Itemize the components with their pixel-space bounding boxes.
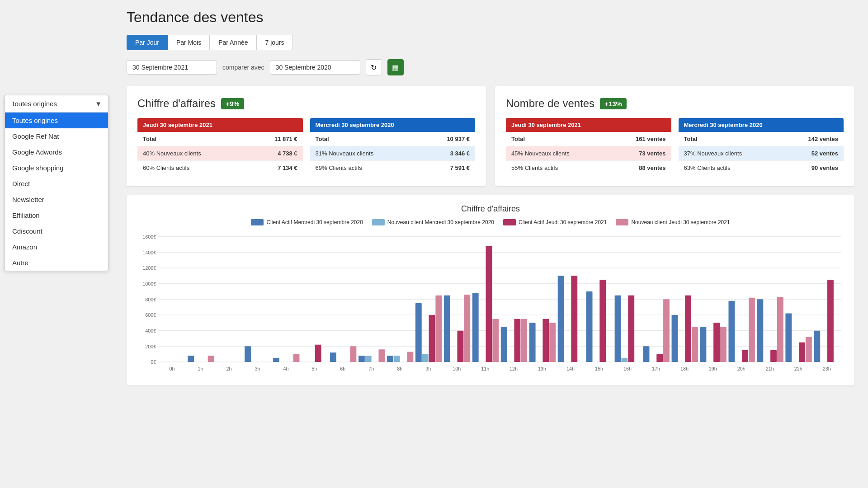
total-label: Total bbox=[137, 132, 249, 146]
svg-rect-33 bbox=[359, 356, 365, 362]
table-row: 37% Nouveaux clients 52 ventes bbox=[679, 146, 844, 161]
svg-rect-43 bbox=[429, 315, 435, 362]
total-value: 142 ventes bbox=[782, 132, 844, 146]
svg-text:4h: 4h bbox=[283, 366, 288, 371]
chart-legend: Client Actif Mercredi 30 septembre 2020N… bbox=[136, 219, 845, 225]
svg-rect-94 bbox=[806, 337, 812, 362]
svg-rect-93 bbox=[799, 343, 805, 362]
card-ca-badge: +9% bbox=[221, 98, 244, 109]
card-ventes-badge: +13% bbox=[600, 98, 627, 109]
svg-rect-48 bbox=[464, 295, 470, 362]
new-clients-label: 37% Nouveaux clients bbox=[679, 146, 782, 161]
legend-color bbox=[503, 219, 516, 225]
svg-text:23h: 23h bbox=[823, 366, 831, 371]
active-clients-value: 90 ventes bbox=[782, 161, 844, 175]
svg-rect-65 bbox=[586, 291, 593, 362]
dropdown-option[interactable]: Google Adwords bbox=[5, 144, 108, 160]
svg-rect-56 bbox=[521, 319, 527, 362]
dropdown-option[interactable]: Google shopping bbox=[5, 160, 108, 176]
card-ca-col1: Jeudi 30 septembre 2021 Total 11 871 € 4… bbox=[137, 118, 303, 175]
dropdown-option[interactable]: Google Ref Nat bbox=[5, 128, 108, 144]
svg-text:20h: 20h bbox=[737, 366, 745, 371]
svg-rect-81 bbox=[713, 323, 720, 362]
svg-text:9h: 9h bbox=[425, 366, 431, 371]
dropdown-option[interactable]: Effiliation bbox=[5, 207, 108, 223]
svg-text:600€: 600€ bbox=[145, 312, 156, 318]
active-clients-value: 88 ventes bbox=[609, 161, 671, 175]
svg-rect-52 bbox=[492, 319, 499, 362]
svg-rect-89 bbox=[770, 350, 777, 362]
chart-container: 0€200€400€600€800€1000€1200€1400€1600€0h… bbox=[136, 232, 845, 376]
svg-text:19h: 19h bbox=[709, 366, 717, 371]
card-ca-col2-header: Mercredi 30 septembre 2020 bbox=[310, 118, 476, 132]
svg-text:1h: 1h bbox=[198, 366, 203, 371]
new-clients-value: 73 ventes bbox=[609, 146, 671, 161]
new-clients-value: 4 738 € bbox=[249, 146, 303, 161]
tab-annee[interactable]: Par Année bbox=[210, 35, 256, 50]
dropdown-header[interactable]: Toutes origines ▼ bbox=[5, 95, 108, 113]
new-clients-value: 52 ventes bbox=[782, 146, 844, 161]
table-row: Total 161 ventes bbox=[506, 132, 671, 146]
legend-label: Nouveau client Mercredi 30 septembre 202… bbox=[387, 219, 494, 225]
card-ventes-cols: Jeudi 30 septembre 2021 Total 161 ventes… bbox=[506, 118, 844, 175]
svg-text:16h: 16h bbox=[623, 366, 632, 371]
chart-section: Chiffre d'affaires Client Actif Mercredi… bbox=[127, 195, 854, 385]
svg-rect-41 bbox=[415, 303, 422, 362]
card-ventes-header: Nombre de ventes +13% bbox=[506, 97, 844, 110]
svg-rect-58 bbox=[529, 323, 536, 362]
total-label: Total bbox=[310, 132, 421, 146]
dropdown-option[interactable]: Toutes origines bbox=[5, 113, 108, 128]
svg-text:7h: 7h bbox=[368, 366, 374, 371]
dropdown-option[interactable]: Autre bbox=[5, 255, 108, 271]
svg-text:0h: 0h bbox=[170, 366, 175, 371]
card-ventes-col2-table: Total 142 ventes 37% Nouveaux clients 52… bbox=[679, 132, 844, 175]
card-ca-col2-table: Total 10 937 € 31% Nouveaux clients 3 34… bbox=[310, 132, 476, 175]
page-title: Tendance des ventes bbox=[127, 9, 854, 26]
svg-rect-23 bbox=[245, 346, 251, 362]
svg-rect-74 bbox=[663, 299, 670, 362]
table-row: 69% Clients actifs 7 591 € bbox=[310, 161, 476, 175]
origins-dropdown[interactable]: Toutes origines ▼ Toutes originesGoogle … bbox=[5, 95, 108, 271]
svg-text:1200€: 1200€ bbox=[142, 265, 156, 271]
new-clients-label: 31% Nouveaux clients bbox=[310, 146, 421, 161]
dropdown-options-list: Toutes originesGoogle Ref NatGoogle Adwo… bbox=[5, 113, 108, 271]
svg-rect-78 bbox=[692, 327, 698, 362]
dropdown-option[interactable]: Newsletter bbox=[5, 192, 108, 207]
dropdown-option[interactable]: Direct bbox=[5, 176, 108, 192]
tab-mois[interactable]: Par Mois bbox=[168, 35, 210, 50]
date-to-input[interactable] bbox=[270, 60, 360, 75]
table-row: Total 142 ventes bbox=[679, 132, 844, 146]
svg-rect-42 bbox=[422, 354, 429, 362]
refresh-button[interactable]: ↻ bbox=[366, 59, 382, 75]
card-ca-col1-header: Jeudi 30 septembre 2021 bbox=[137, 118, 303, 132]
card-ca-col1-table: Total 11 871 € 40% Nouveaux clients 4 73… bbox=[137, 132, 303, 175]
svg-rect-34 bbox=[365, 356, 372, 362]
total-label: Total bbox=[679, 132, 782, 146]
svg-rect-47 bbox=[458, 331, 464, 362]
dropdown-option[interactable]: Amazon bbox=[5, 239, 108, 255]
table-row: Total 11 871 € bbox=[137, 132, 303, 146]
svg-rect-31 bbox=[350, 346, 356, 362]
legend-item: Client Actif Mercredi 30 septembre 2020 bbox=[251, 219, 363, 225]
export-button[interactable]: ▦ bbox=[387, 59, 404, 75]
svg-rect-35 bbox=[378, 349, 385, 362]
svg-text:17h: 17h bbox=[652, 366, 660, 371]
cards-row: Chiffre d'affaires +9% Jeudi 30 septembr… bbox=[127, 86, 854, 186]
chevron-down-icon: ▼ bbox=[95, 100, 102, 108]
tab-sept[interactable]: 7 jours bbox=[257, 35, 293, 50]
active-clients-label: 69% Clients actifs bbox=[310, 161, 421, 175]
tab-jour[interactable]: Par Jour bbox=[127, 35, 168, 50]
legend-color bbox=[372, 219, 385, 225]
svg-rect-25 bbox=[273, 358, 279, 362]
date-from-input[interactable] bbox=[127, 60, 217, 75]
svg-text:15h: 15h bbox=[595, 366, 603, 371]
new-clients-value: 3 346 € bbox=[421, 146, 475, 161]
card-ventes-col1-header: Jeudi 30 septembre 2021 bbox=[506, 118, 671, 132]
svg-text:11h: 11h bbox=[481, 366, 489, 371]
svg-rect-86 bbox=[749, 298, 755, 362]
card-ventes: Nombre de ventes +13% Jeudi 30 septembre… bbox=[495, 86, 854, 186]
dropdown-option[interactable]: Cdiscount bbox=[5, 223, 108, 239]
refresh-icon: ↻ bbox=[371, 63, 377, 72]
period-tabs: Par JourPar MoisPar Année7 jours bbox=[127, 35, 854, 50]
svg-rect-80 bbox=[700, 327, 707, 362]
